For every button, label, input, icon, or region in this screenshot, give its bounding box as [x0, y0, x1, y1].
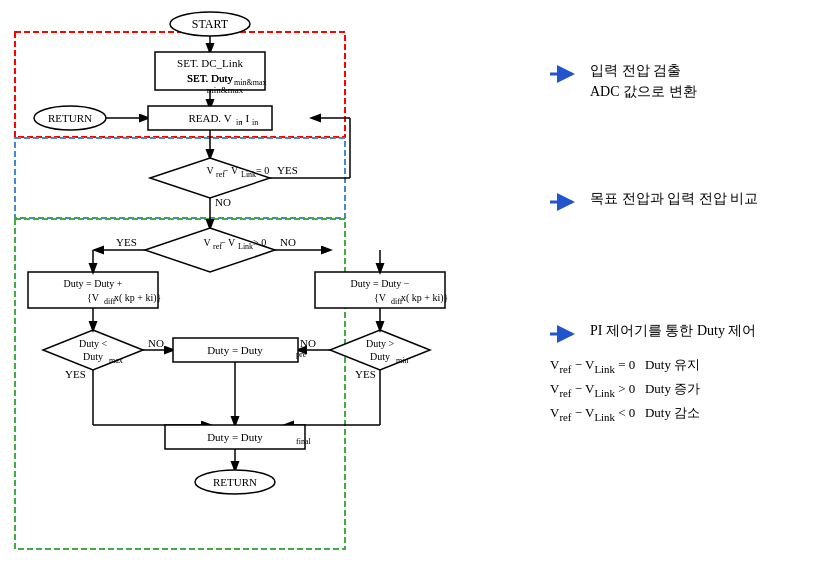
- return-top-label: RETURN: [48, 112, 92, 124]
- legend-row-1: 입력 전압 검출 ADC 값으로 변환: [550, 60, 830, 102]
- legend-line-2a: 목표 전압과 입력 전압 비교: [590, 188, 758, 209]
- no2-label: NO: [280, 236, 296, 248]
- diamond1-label: V: [206, 165, 214, 176]
- svg-marker-26: [145, 228, 275, 272]
- yes1-label: YES: [277, 164, 298, 176]
- legend-line-1a: 입력 전압 검출: [590, 60, 697, 81]
- no3-label: NO: [148, 337, 164, 349]
- svg-text:final: final: [296, 437, 311, 446]
- start-label: START: [192, 17, 229, 31]
- diamond2-label: V: [203, 237, 211, 248]
- duty-plus2-label: {V: [87, 292, 100, 303]
- svg-text:min&max: min&max: [234, 78, 266, 87]
- legend-row-2: 목표 전압과 입력 전압 비교: [550, 188, 830, 214]
- legend-section-1: 입력 전압 검출 ADC 값으로 변환: [550, 60, 830, 110]
- main-container: START SET. DC_Link SET. Duty min&max SET…: [0, 0, 840, 581]
- svg-marker-41: [43, 330, 143, 370]
- legend-section-2: 목표 전압과 입력 전압 비교: [550, 188, 830, 222]
- svg-text:, I: , I: [240, 112, 250, 124]
- svg-text:max: max: [109, 356, 123, 365]
- svg-text:Link: Link: [238, 242, 253, 251]
- legend-area: 입력 전압 검출 ADC 값으로 변환 목표 전압과 입력 전압 비교: [530, 10, 830, 571]
- legend-arrow-1: [550, 62, 580, 86]
- svg-text:x( kp + ki)}: x( kp + ki)}: [401, 292, 448, 304]
- svg-text:x( kp + ki)}: x( kp + ki)}: [114, 292, 161, 304]
- svg-text:− V: − V: [220, 237, 236, 248]
- legend-text-1: 입력 전압 검출 ADC 값으로 변환: [590, 60, 697, 102]
- legend-arrow-3: [550, 322, 580, 346]
- duty-gt2-label: Duty: [370, 351, 390, 362]
- svg-text:> 0: > 0: [253, 237, 266, 248]
- legend-sub-3: Vref − VLink = 0 Duty 유지 Vref − VLink > …: [550, 354, 830, 426]
- duty-lt2-label: Duty: [83, 351, 103, 362]
- svg-text:in: in: [252, 118, 258, 127]
- legend-line-1b: ADC 값으로 변환: [590, 81, 697, 102]
- flowchart-area: START SET. DC_Link SET. Duty min&max SET…: [10, 10, 530, 571]
- svg-text:− V: − V: [223, 165, 239, 176]
- read-label: READ. V: [188, 112, 231, 124]
- duty-final-label: Duty = Duty: [207, 431, 263, 443]
- flowchart-svg: START SET. DC_Link SET. Duty min&max SET…: [10, 10, 520, 570]
- set-dc-label: SET. DC_Link: [177, 57, 243, 69]
- duty-minus2-label: {V: [374, 292, 387, 303]
- legend-sub-3b: Vref − VLink > 0 Duty 증가: [550, 378, 830, 402]
- legend-section-3: PI 제어기를 통한 Duty 제어 Vref − VLink = 0 Duty…: [550, 320, 830, 426]
- no4-label: NO: [300, 337, 316, 349]
- svg-rect-2: [15, 219, 345, 549]
- duty-lt-label: Duty <: [79, 338, 108, 349]
- svg-text:= 0: = 0: [256, 165, 269, 176]
- legend-sub-3a: Vref − VLink = 0 Duty 유지: [550, 354, 830, 378]
- no1-label: NO: [215, 196, 231, 208]
- legend-row-3: PI 제어기를 통한 Duty 제어: [550, 320, 830, 346]
- svg-text:Link: Link: [241, 170, 256, 179]
- duty-minus-label: Duty = Duty −: [351, 278, 410, 289]
- svg-text:pre: pre: [296, 350, 307, 359]
- yes3-label: YES: [65, 368, 86, 380]
- svg-text:SET. Duty: SET. Duty: [187, 72, 234, 84]
- return-bot-label: RETURN: [213, 476, 257, 488]
- yes4-label: YES: [355, 368, 376, 380]
- legend-arrow-2: [550, 190, 580, 214]
- duty-pre-label: Duty = Duty: [207, 344, 263, 356]
- yes2-label: YES: [116, 236, 137, 248]
- duty-plus-label: Duty = Duty +: [64, 278, 123, 289]
- legend-line-3a: PI 제어기를 통한 Duty 제어: [590, 320, 756, 341]
- duty-gt-label: Duty >: [366, 338, 395, 349]
- legend-text-3: PI 제어기를 통한 Duty 제어: [590, 320, 756, 341]
- svg-text:min: min: [396, 356, 408, 365]
- legend-sub-3c: Vref − VLink < 0 Duty 감소: [550, 402, 830, 426]
- legend-text-2: 목표 전압과 입력 전압 비교: [590, 188, 758, 209]
